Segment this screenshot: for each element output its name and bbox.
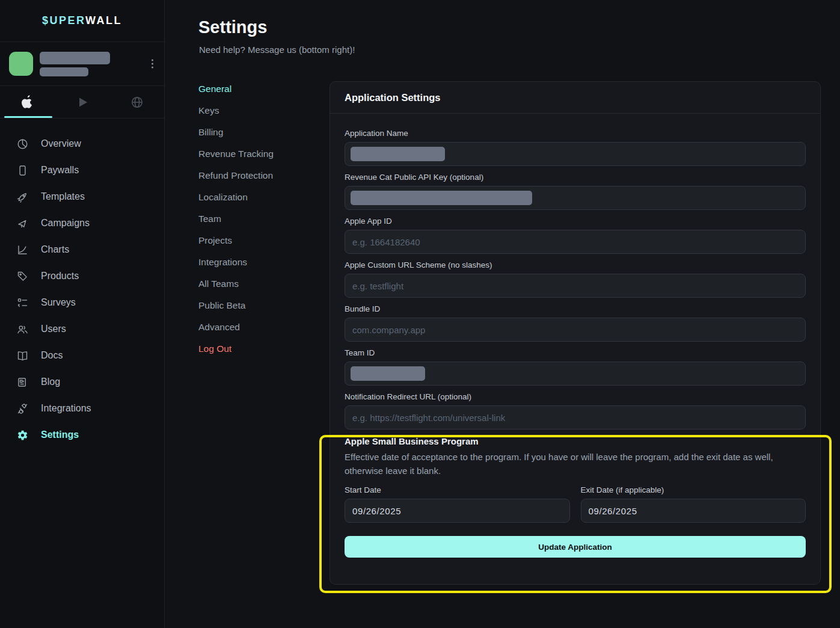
sidebar-item-label: Overview xyxy=(41,138,81,149)
settings-nav-public-beta[interactable]: Public Beta xyxy=(198,295,319,316)
sidebar-item-surveys[interactable]: Surveys xyxy=(0,289,164,316)
card-title: Application Settings xyxy=(330,82,820,114)
account-subtitle-redacted xyxy=(40,67,88,76)
megaphone-icon xyxy=(16,217,29,230)
notification-redirect-url-label: Notification Redirect URL (optional) xyxy=(345,392,806,401)
rocket-icon xyxy=(16,190,29,203)
field-team-id: Team ID xyxy=(345,348,806,386)
tab-play-store[interactable] xyxy=(55,86,109,118)
sidebar-menu: Overview Paywalls Templates Campaigns Ch… xyxy=(0,119,164,448)
team-id-input[interactable] xyxy=(345,362,806,386)
bundle-id-label: Bundle ID xyxy=(345,304,806,313)
start-date-input[interactable] xyxy=(345,499,570,523)
users-icon xyxy=(16,322,29,336)
brand-logo[interactable]: $UPERWALL xyxy=(0,0,164,42)
checklist-icon xyxy=(16,296,29,309)
settings-nav-refund-protection[interactable]: Refund Protection xyxy=(198,165,319,186)
sidebar-item-paywalls[interactable]: Paywalls xyxy=(0,157,164,183)
chart-icon xyxy=(16,243,29,256)
account-name-redacted xyxy=(40,52,110,64)
exit-date-input[interactable] xyxy=(581,499,806,523)
sidebar-item-settings[interactable]: Settings xyxy=(0,422,164,448)
tab-web[interactable] xyxy=(109,86,164,118)
sidebar-item-label: Paywalls xyxy=(41,165,79,176)
application-name-input[interactable] xyxy=(345,142,806,166)
apple-app-id-input[interactable] xyxy=(345,230,806,254)
play-icon xyxy=(75,95,90,109)
update-application-button[interactable]: Update Application xyxy=(345,536,806,558)
apple-url-scheme-label: Apple Custom URL Scheme (no slashes) xyxy=(345,260,806,269)
sidebar-item-label: Docs xyxy=(41,350,63,361)
sidebar-item-overview[interactable]: Overview xyxy=(0,131,164,157)
settings-nav-log-out[interactable]: Log Out xyxy=(198,338,319,360)
sidebar-item-campaigns[interactable]: Campaigns xyxy=(0,210,164,236)
field-exit-date: Exit Date (if applicable) xyxy=(581,485,806,523)
settings-nav-advanced[interactable]: Advanced xyxy=(198,316,319,338)
notification-redirect-url-input[interactable] xyxy=(345,405,806,429)
dates-grid: Start Date Exit Date (if applicable) xyxy=(345,485,806,523)
sidebar-item-docs[interactable]: Docs xyxy=(0,342,164,369)
sidebar: $UPERWALL xyxy=(0,0,165,628)
sidebar-item-users[interactable]: Users xyxy=(0,316,164,342)
plug-icon xyxy=(16,402,29,415)
sidebar-item-label: Users xyxy=(41,324,66,334)
settings-nav-projects[interactable]: Projects xyxy=(198,230,319,251)
field-revenuecat-api-key: Revenue Cat Public API Key (optional) xyxy=(345,173,806,210)
field-apple-url-scheme: Apple Custom URL Scheme (no slashes) xyxy=(345,260,806,298)
globe-icon xyxy=(130,95,144,109)
phone-icon xyxy=(16,164,29,177)
small-business-program-description: Effective date of acceptance to the prog… xyxy=(345,450,806,478)
sidebar-item-products[interactable]: Products xyxy=(0,263,164,289)
settings-nav-integrations[interactable]: Integrations xyxy=(198,251,319,273)
sidebar-item-integrations[interactable]: Integrations xyxy=(0,395,164,422)
settings-nav-keys[interactable]: Keys xyxy=(198,100,319,122)
apple-icon xyxy=(21,95,34,109)
account-switcher[interactable] xyxy=(0,42,164,86)
sidebar-item-charts[interactable]: Charts xyxy=(0,236,164,263)
application-settings-card: Application Settings Application Name Re… xyxy=(330,81,821,585)
sidebar-item-label: Settings xyxy=(41,429,79,440)
settings-nav-general[interactable]: General xyxy=(198,78,319,100)
account-redacted-info xyxy=(40,52,110,76)
apple-app-id-label: Apple App ID xyxy=(345,217,806,226)
field-start-date: Start Date xyxy=(345,485,570,523)
settings-nav-billing[interactable]: Billing xyxy=(198,122,319,143)
sidebar-item-label: Integrations xyxy=(41,403,91,414)
apple-url-scheme-input[interactable] xyxy=(345,274,806,298)
sidebar-item-label: Campaigns xyxy=(41,218,90,229)
account-avatar xyxy=(9,52,33,76)
account-menu-kebab-icon[interactable] xyxy=(148,56,157,72)
field-bundle-id: Bundle ID xyxy=(345,304,806,342)
bundle-id-input[interactable] xyxy=(345,318,806,342)
team-id-label: Team ID xyxy=(345,348,806,357)
sidebar-item-label: Charts xyxy=(41,244,69,255)
settings-nav: General Keys Billing Revenue Tracking Re… xyxy=(198,78,319,360)
settings-nav-all-teams[interactable]: All Teams xyxy=(198,273,319,295)
sidebar-item-label: Blog xyxy=(41,377,60,387)
sidebar-item-templates[interactable]: Templates xyxy=(0,183,164,210)
card-body: Application Name Revenue Cat Public API … xyxy=(330,114,820,572)
revenuecat-api-key-label: Revenue Cat Public API Key (optional) xyxy=(345,173,806,182)
settings-nav-revenue-tracking[interactable]: Revenue Tracking xyxy=(198,143,319,165)
gear-icon xyxy=(16,428,29,442)
platform-tabs xyxy=(0,86,164,119)
application-name-label: Application Name xyxy=(345,129,806,138)
redacted-value xyxy=(351,191,532,205)
newspaper-icon xyxy=(16,375,29,389)
overview-icon xyxy=(16,137,29,150)
field-apple-app-id: Apple App ID xyxy=(345,217,806,254)
brand-logo-text: $UPERWALL xyxy=(42,14,122,27)
book-icon xyxy=(16,349,29,362)
redacted-value xyxy=(351,366,425,381)
sidebar-item-label: Surveys xyxy=(41,297,76,308)
tab-apple[interactable] xyxy=(0,86,55,118)
page-subtitle: Need help? Message us (bottom right)! xyxy=(199,45,355,55)
start-date-label: Start Date xyxy=(345,485,570,494)
settings-nav-team[interactable]: Team xyxy=(198,208,319,230)
sidebar-item-blog[interactable]: Blog xyxy=(0,369,164,395)
brand-logo-accent: $UPER xyxy=(42,14,85,26)
settings-nav-localization[interactable]: Localization xyxy=(198,186,319,208)
revenuecat-api-key-input[interactable] xyxy=(345,186,806,210)
small-business-program-title: Apple Small Business Program xyxy=(345,436,806,446)
field-notification-redirect-url: Notification Redirect URL (optional) xyxy=(345,392,806,429)
